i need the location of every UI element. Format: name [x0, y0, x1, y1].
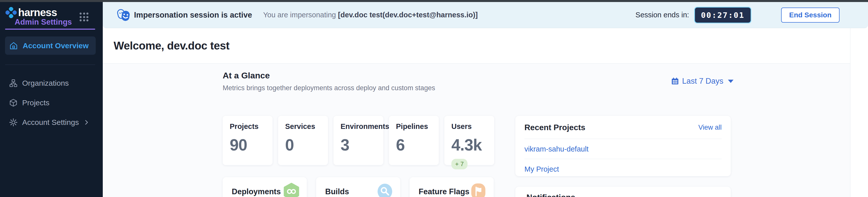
chevron-down-icon [728, 80, 734, 83]
cd-deployments-icon [283, 183, 300, 197]
impersonated-user: [dev.doc test(dev.doc+test@harness.io)] [338, 11, 478, 19]
at-a-glance-title: At a Glance [223, 71, 270, 80]
metric-card-services: Services 0 [278, 116, 328, 165]
module-card-label: Feature Flags [418, 187, 469, 196]
welcome-heading: Welcome, dev.doc test [114, 39, 229, 52]
sidebar: harness Admin Settings Account Overview … [0, 2, 103, 197]
module-card-label: Builds [325, 187, 349, 196]
chevron-right-icon [84, 120, 89, 125]
session-timer: 00:27:01 [694, 7, 751, 24]
sidebar-item-organizations[interactable]: Organizations [5, 74, 96, 92]
main-content: At a Glance Metrics brings together depl… [103, 64, 850, 197]
impersonation-masks-icon [116, 7, 131, 23]
harness-logo[interactable]: harness [5, 6, 57, 18]
metric-value: 3 [341, 136, 376, 154]
calendar-icon [671, 77, 679, 85]
sidebar-item-label: Account Overview [23, 41, 89, 50]
session-ends-label: Session ends in: [636, 11, 689, 19]
date-range-label: Last 7 Days [682, 77, 723, 86]
metric-label: Services [285, 122, 321, 131]
banner-subtitle: You are impersonating [dev.doc test(dev.… [263, 11, 478, 19]
ci-builds-icon [377, 183, 393, 197]
page-header: Welcome, dev.doc test [103, 28, 850, 64]
harness-logo-icon [5, 7, 17, 18]
banner-title: Impersonation session is active [134, 10, 252, 19]
module-accent-underline [5, 29, 95, 30]
module-card-label: Deployments [232, 187, 281, 196]
at-a-glance-subtitle: Metrics brings together deployments acro… [223, 84, 435, 92]
banner-subtitle-prefix: You are impersonating [263, 11, 338, 19]
users-growth-badge: + 7 [452, 159, 467, 169]
sidebar-item-account-settings[interactable]: Account Settings [5, 113, 96, 131]
logo-text: harness [18, 6, 57, 18]
impersonation-banner: Impersonation session is active You are … [103, 2, 868, 28]
metric-label: Environments [341, 122, 376, 131]
view-all-link[interactable]: View all [698, 124, 722, 131]
sidebar-item-account-overview[interactable]: Account Overview [5, 36, 96, 55]
home-icon [9, 41, 18, 50]
metric-card-pipelines: Pipelines 6 [389, 116, 439, 165]
scroll-gutter [850, 28, 868, 197]
end-session-button[interactable]: End Session [781, 7, 840, 23]
project-link[interactable]: My Project [524, 159, 722, 179]
module-grid-icon[interactable] [80, 12, 89, 22]
metric-card-users: Users 4.3k + 7 [444, 116, 494, 165]
metric-label: Projects [230, 122, 266, 131]
recent-projects-title: Recent Projects [524, 123, 585, 132]
metric-label: Users [452, 122, 487, 131]
feature-flags-icon [470, 183, 487, 197]
project-link[interactable]: vikram-sahu-default [524, 139, 722, 159]
cube-icon [9, 98, 18, 107]
metric-value: 90 [230, 136, 266, 154]
banner-session-controls: Session ends in: 00:27:01 End Session [636, 7, 840, 24]
recent-projects-header: Recent Projects View all [524, 123, 722, 132]
organizations-icon [9, 79, 18, 87]
metric-value: 6 [396, 136, 432, 154]
module-card-feature-flags[interactable]: Feature Flags [409, 177, 494, 197]
sidebar-item-label: Projects [22, 98, 50, 107]
metric-value: 4.3k [452, 136, 487, 154]
sidebar-item-label: Organizations [22, 79, 69, 87]
gear-icon [9, 118, 18, 127]
metric-card-projects: Projects 90 [223, 116, 273, 165]
metric-card-environments: Environments 3 [334, 116, 383, 165]
module-card-builds[interactable]: Builds [316, 177, 400, 197]
metric-label: Pipelines [396, 122, 432, 131]
recent-projects-panel: Recent Projects View all vikram-sahu-def… [515, 116, 731, 176]
sidebar-divider [5, 65, 95, 65]
sidebar-item-projects[interactable]: Projects [5, 93, 96, 112]
date-range-selector[interactable]: Last 7 Days [671, 77, 734, 86]
notifications-title: Notifications [526, 193, 575, 197]
sidebar-item-label: Account Settings [22, 118, 79, 127]
module-card-deployments[interactable]: Deployments [223, 177, 307, 197]
window-top-strip [0, 0, 868, 2]
app-root: harness Admin Settings Account Overview … [0, 0, 868, 197]
module-label: Admin Settings [14, 17, 72, 27]
notifications-panel: Notifications [515, 187, 731, 197]
metric-value: 0 [285, 136, 321, 154]
